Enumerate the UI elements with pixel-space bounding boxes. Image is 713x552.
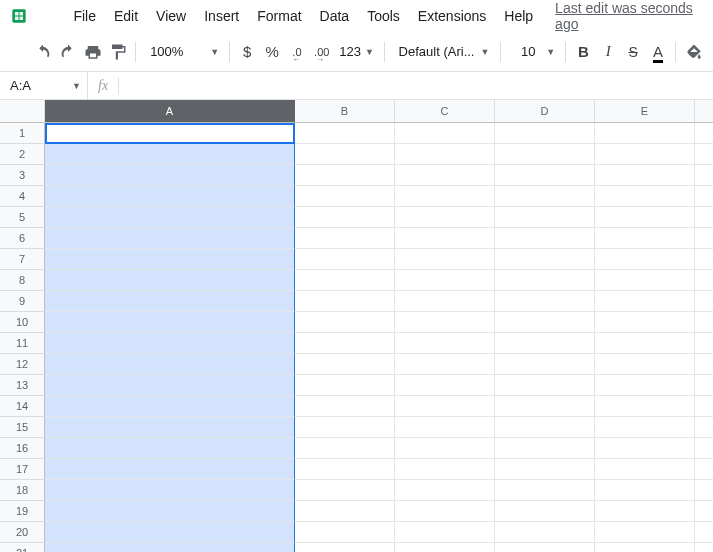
cell[interactable] [695, 228, 713, 249]
cell[interactable] [295, 270, 395, 291]
cell[interactable] [695, 543, 713, 552]
cell[interactable] [595, 186, 695, 207]
cell[interactable] [695, 333, 713, 354]
cell[interactable] [45, 417, 295, 438]
cell[interactable] [495, 228, 595, 249]
cell[interactable] [695, 123, 713, 144]
cell[interactable] [495, 186, 595, 207]
select-all-corner[interactable] [0, 100, 45, 123]
cell[interactable] [295, 249, 395, 270]
cell[interactable] [495, 543, 595, 552]
cell[interactable] [495, 270, 595, 291]
cell[interactable] [45, 165, 295, 186]
cell[interactable] [295, 396, 395, 417]
cell[interactable] [45, 480, 295, 501]
cell[interactable] [45, 123, 295, 144]
cell[interactable] [595, 207, 695, 228]
column-header-b[interactable]: B [295, 100, 395, 123]
cell[interactable] [45, 375, 295, 396]
redo-button[interactable] [57, 38, 80, 66]
cell[interactable] [495, 249, 595, 270]
cell[interactable] [45, 270, 295, 291]
cell[interactable] [395, 123, 495, 144]
cell[interactable] [495, 165, 595, 186]
cell[interactable] [295, 207, 395, 228]
row-header[interactable]: 1 [0, 123, 45, 144]
menu-insert[interactable]: Insert [196, 4, 247, 28]
cell[interactable] [45, 438, 295, 459]
cell[interactable] [595, 501, 695, 522]
menu-extensions[interactable]: Extensions [410, 4, 494, 28]
cell[interactable] [45, 459, 295, 480]
cell[interactable] [595, 543, 695, 552]
cell[interactable] [695, 144, 713, 165]
cell[interactable] [395, 186, 495, 207]
cell[interactable] [295, 123, 395, 144]
row-header[interactable]: 18 [0, 480, 45, 501]
cell[interactable] [595, 165, 695, 186]
cell[interactable] [695, 312, 713, 333]
cell[interactable] [595, 438, 695, 459]
formula-input[interactable] [119, 72, 713, 99]
cell[interactable] [695, 291, 713, 312]
cell[interactable] [395, 543, 495, 552]
cell[interactable] [295, 144, 395, 165]
name-box[interactable]: A:A ▼ [0, 72, 88, 99]
cell[interactable] [695, 522, 713, 543]
row-header[interactable]: 20 [0, 522, 45, 543]
cell[interactable] [595, 123, 695, 144]
strikethrough-button[interactable]: S [622, 38, 645, 66]
cell[interactable] [395, 144, 495, 165]
cell[interactable] [695, 438, 713, 459]
cell[interactable] [695, 270, 713, 291]
cell[interactable] [395, 501, 495, 522]
cell[interactable] [395, 165, 495, 186]
row-header[interactable]: 10 [0, 312, 45, 333]
cell[interactable] [45, 543, 295, 552]
cell[interactable] [595, 291, 695, 312]
cell[interactable] [695, 354, 713, 375]
row-header[interactable]: 16 [0, 438, 45, 459]
cell[interactable] [695, 165, 713, 186]
cell[interactable] [495, 333, 595, 354]
cell[interactable] [695, 186, 713, 207]
cell[interactable] [295, 375, 395, 396]
menu-view[interactable]: View [148, 4, 194, 28]
cell[interactable] [595, 333, 695, 354]
cell[interactable] [45, 207, 295, 228]
cell[interactable] [395, 228, 495, 249]
cell[interactable] [495, 312, 595, 333]
decrease-decimal-button[interactable]: .0← [286, 38, 309, 66]
menu-edit[interactable]: Edit [106, 4, 146, 28]
cell[interactable] [395, 207, 495, 228]
cell[interactable] [495, 144, 595, 165]
increase-decimal-button[interactable]: .00→ [310, 38, 333, 66]
cell[interactable] [595, 228, 695, 249]
cell[interactable] [45, 354, 295, 375]
cell[interactable] [395, 396, 495, 417]
cell[interactable] [395, 312, 495, 333]
paint-format-button[interactable] [106, 38, 129, 66]
column-header-extra[interactable] [695, 100, 713, 123]
cell[interactable] [695, 417, 713, 438]
column-header-d[interactable]: D [495, 100, 595, 123]
row-header[interactable]: 13 [0, 375, 45, 396]
row-header[interactable]: 5 [0, 207, 45, 228]
number-format-dropdown[interactable]: 123 ▼ [335, 38, 378, 66]
cell[interactable] [295, 228, 395, 249]
cell[interactable] [495, 207, 595, 228]
cell[interactable] [495, 291, 595, 312]
row-header[interactable]: 17 [0, 459, 45, 480]
cell[interactable] [295, 438, 395, 459]
cell[interactable] [295, 501, 395, 522]
cell[interactable] [495, 480, 595, 501]
cell[interactable] [595, 480, 695, 501]
cell[interactable] [395, 333, 495, 354]
cell[interactable] [495, 459, 595, 480]
row-header[interactable]: 9 [0, 291, 45, 312]
row-header[interactable]: 2 [0, 144, 45, 165]
cell[interactable] [395, 291, 495, 312]
cell[interactable] [595, 249, 695, 270]
cell[interactable] [395, 375, 495, 396]
font-size-dropdown[interactable]: 10 ▼ [506, 38, 559, 66]
